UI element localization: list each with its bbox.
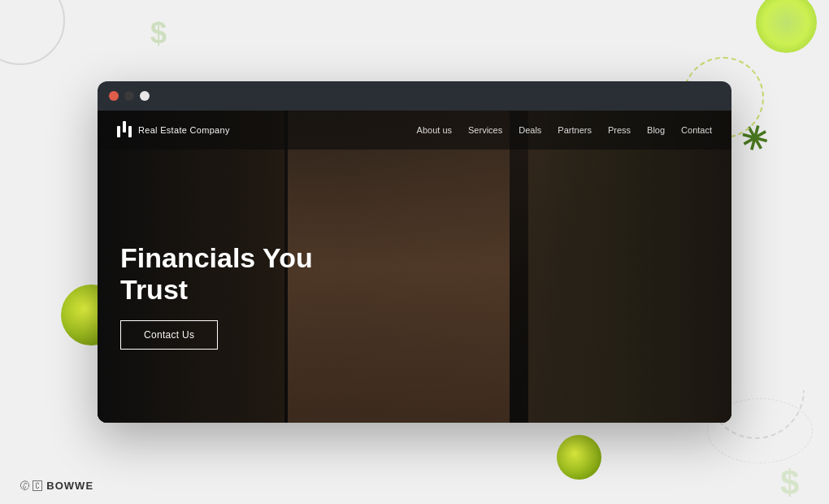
nav-item-press[interactable]: Press	[608, 125, 631, 135]
navbar: Real Estate Company About us Services De…	[98, 111, 731, 150]
logo-area: Real Estate Company	[117, 121, 230, 139]
bowwe-text: BOWWE	[46, 480, 93, 492]
browser-chrome	[98, 81, 731, 111]
logo-icon	[117, 121, 132, 139]
nav-item-deals[interactable]: Deals	[519, 125, 541, 135]
svg-rect-2	[128, 126, 132, 137]
archway	[288, 111, 510, 423]
svg-rect-1	[117, 126, 120, 137]
bowwe-license-icons: 🄫 🄲	[20, 480, 42, 492]
nav-item-blog[interactable]: Blog	[647, 125, 665, 135]
nav-item-contact[interactable]: Contact	[681, 125, 712, 135]
dollar-sign-3: $	[780, 463, 799, 502]
circle-outline-topleft	[0, 0, 65, 65]
website-content: Real Estate Company About us Services De…	[98, 111, 731, 423]
browser-window: Real Estate Company About us Services De…	[98, 81, 731, 423]
hero-headline-line2: Trust	[120, 274, 188, 305]
nav-item-services[interactable]: Services	[468, 125, 502, 135]
hero-headline-line1: Financials You	[120, 242, 313, 273]
bowwe-branding: 🄫 🄲 BOWWE	[20, 480, 93, 492]
browser-dot-maximize[interactable]	[140, 91, 150, 101]
contact-us-button[interactable]: Contact Us	[120, 320, 218, 350]
nav-item-about[interactable]: About us	[417, 125, 452, 135]
green-circle-topright	[756, 0, 817, 53]
browser-dot-close[interactable]	[109, 91, 119, 101]
nav-item-partners[interactable]: Partners	[558, 125, 592, 135]
hero-headline: Financials You Trust	[120, 242, 313, 306]
logo-text: Real Estate Company	[138, 125, 230, 135]
green-gradient-circle-bottom	[557, 435, 601, 480]
svg-rect-0	[123, 121, 126, 133]
browser-dot-minimize[interactable]	[124, 91, 134, 101]
hero-text: Financials You Trust Contact Us	[120, 242, 313, 350]
building-overlay-right	[541, 111, 731, 423]
nav-links: About us Services Deals Partners Press B…	[417, 125, 712, 135]
starburst-icon: ✳	[736, 117, 773, 160]
dollar-sign-1: $	[150, 16, 167, 50]
